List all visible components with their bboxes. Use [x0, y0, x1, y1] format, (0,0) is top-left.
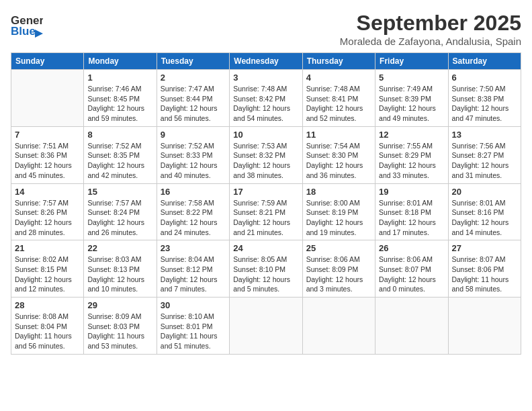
day-info: Sunrise: 7:56 AM Sunset: 8:27 PM Dayligh… — [452, 141, 517, 181]
calendar-cell: 17Sunrise: 7:59 AM Sunset: 8:21 PM Dayli… — [230, 183, 302, 240]
location: Moraleda de Zafayona, Andalusia, Spain — [340, 36, 521, 47]
calendar-header-row: SundayMondayTuesdayWednesdayThursdayFrid… — [11, 53, 521, 70]
day-number: 23 — [161, 243, 226, 253]
calendar-cell: 6Sunrise: 7:50 AM Sunset: 8:38 PM Daylig… — [448, 70, 521, 127]
day-number: 12 — [379, 130, 444, 140]
day-number: 27 — [452, 243, 517, 253]
day-info: Sunrise: 8:10 AM Sunset: 8:01 PM Dayligh… — [161, 312, 226, 351]
logo: General Blue — [11, 11, 44, 40]
calendar-cell: 12Sunrise: 7:55 AM Sunset: 8:29 PM Dayli… — [375, 126, 448, 183]
day-number: 10 — [233, 130, 298, 140]
calendar-cell: 2Sunrise: 7:47 AM Sunset: 8:44 PM Daylig… — [157, 70, 229, 127]
calendar-cell: 11Sunrise: 7:54 AM Sunset: 8:30 PM Dayli… — [302, 126, 375, 183]
day-info: Sunrise: 7:50 AM Sunset: 8:38 PM Dayligh… — [452, 84, 517, 124]
day-info: Sunrise: 7:49 AM Sunset: 8:39 PM Dayligh… — [379, 84, 444, 124]
day-number: 26 — [379, 243, 444, 253]
calendar-cell — [230, 298, 302, 355]
day-number: 2 — [161, 73, 226, 83]
calendar-week-row: 1Sunrise: 7:46 AM Sunset: 8:45 PM Daylig… — [11, 70, 521, 127]
calendar-header-cell: Tuesday — [157, 53, 229, 70]
calendar-cell: 30Sunrise: 8:10 AM Sunset: 8:01 PM Dayli… — [157, 298, 229, 355]
calendar-cell: 23Sunrise: 8:04 AM Sunset: 8:12 PM Dayli… — [157, 240, 229, 298]
day-info: Sunrise: 7:53 AM Sunset: 8:32 PM Dayligh… — [233, 141, 298, 181]
day-info: Sunrise: 7:52 AM Sunset: 8:35 PM Dayligh… — [87, 141, 152, 181]
calendar-header-cell: Wednesday — [230, 53, 302, 70]
day-number: 11 — [306, 130, 371, 140]
calendar-header-cell: Saturday — [448, 53, 521, 70]
calendar-cell: 26Sunrise: 8:06 AM Sunset: 8:07 PM Dayli… — [375, 240, 448, 298]
day-info: Sunrise: 7:58 AM Sunset: 8:22 PM Dayligh… — [161, 198, 226, 238]
title-block: September 2025 Moraleda de Zafayona, And… — [340, 11, 521, 47]
calendar-week-row: 14Sunrise: 7:57 AM Sunset: 8:26 PM Dayli… — [11, 183, 521, 240]
day-info: Sunrise: 7:57 AM Sunset: 8:26 PM Dayligh… — [15, 198, 80, 238]
calendar-header-cell: Thursday — [302, 53, 375, 70]
day-number: 22 — [87, 243, 152, 253]
day-info: Sunrise: 8:01 AM Sunset: 8:16 PM Dayligh… — [452, 198, 517, 238]
day-info: Sunrise: 7:57 AM Sunset: 8:24 PM Dayligh… — [87, 198, 152, 238]
calendar-cell: 18Sunrise: 8:00 AM Sunset: 8:19 PM Dayli… — [302, 183, 375, 240]
calendar-header-cell: Monday — [84, 53, 157, 70]
calendar-body: 1Sunrise: 7:46 AM Sunset: 8:45 PM Daylig… — [11, 70, 521, 355]
day-info: Sunrise: 8:07 AM Sunset: 8:06 PM Dayligh… — [452, 255, 517, 294]
day-info: Sunrise: 8:06 AM Sunset: 8:07 PM Dayligh… — [379, 255, 444, 294]
day-number: 30 — [161, 300, 226, 310]
day-number: 8 — [87, 130, 152, 140]
day-number: 5 — [379, 73, 444, 83]
day-info: Sunrise: 8:02 AM Sunset: 8:15 PM Dayligh… — [15, 255, 80, 294]
day-number: 14 — [15, 187, 80, 197]
day-number: 3 — [233, 73, 298, 83]
day-number: 9 — [161, 130, 226, 140]
day-number: 19 — [379, 187, 444, 197]
svg-marker-2 — [35, 30, 43, 38]
calendar-cell — [11, 70, 84, 127]
page-header: General Blue September 2025 Moraleda de … — [11, 11, 521, 47]
calendar-cell: 20Sunrise: 8:01 AM Sunset: 8:16 PM Dayli… — [448, 183, 521, 240]
day-info: Sunrise: 7:48 AM Sunset: 8:42 PM Dayligh… — [233, 84, 298, 124]
calendar-cell: 9Sunrise: 7:52 AM Sunset: 8:33 PM Daylig… — [157, 126, 229, 183]
calendar-cell: 8Sunrise: 7:52 AM Sunset: 8:35 PM Daylig… — [84, 126, 157, 183]
calendar-cell: 28Sunrise: 8:08 AM Sunset: 8:04 PM Dayli… — [11, 298, 84, 355]
day-number: 18 — [306, 187, 371, 197]
day-number: 7 — [15, 130, 80, 140]
day-info: Sunrise: 8:04 AM Sunset: 8:12 PM Dayligh… — [161, 255, 226, 294]
calendar-cell: 29Sunrise: 8:09 AM Sunset: 8:03 PM Dayli… — [84, 298, 157, 355]
calendar-cell: 5Sunrise: 7:49 AM Sunset: 8:39 PM Daylig… — [375, 70, 448, 127]
day-number: 28 — [15, 300, 80, 310]
calendar-cell: 3Sunrise: 7:48 AM Sunset: 8:42 PM Daylig… — [230, 70, 302, 127]
day-info: Sunrise: 8:05 AM Sunset: 8:10 PM Dayligh… — [233, 255, 298, 294]
day-info: Sunrise: 7:47 AM Sunset: 8:44 PM Dayligh… — [161, 84, 226, 124]
calendar-cell: 22Sunrise: 8:03 AM Sunset: 8:13 PM Dayli… — [84, 240, 157, 298]
calendar-week-row: 28Sunrise: 8:08 AM Sunset: 8:04 PM Dayli… — [11, 298, 521, 355]
day-number: 6 — [452, 73, 517, 83]
day-number: 16 — [161, 187, 226, 197]
calendar-cell: 10Sunrise: 7:53 AM Sunset: 8:32 PM Dayli… — [230, 126, 302, 183]
calendar-cell: 13Sunrise: 7:56 AM Sunset: 8:27 PM Dayli… — [448, 126, 521, 183]
calendar-table: SundayMondayTuesdayWednesdayThursdayFrid… — [11, 52, 521, 355]
calendar-cell: 14Sunrise: 7:57 AM Sunset: 8:26 PM Dayli… — [11, 183, 84, 240]
day-info: Sunrise: 8:08 AM Sunset: 8:04 PM Dayligh… — [15, 312, 80, 351]
day-info: Sunrise: 8:01 AM Sunset: 8:18 PM Dayligh… — [379, 198, 444, 238]
day-info: Sunrise: 7:59 AM Sunset: 8:21 PM Dayligh… — [233, 198, 298, 238]
calendar-cell — [375, 298, 448, 355]
day-number: 15 — [87, 187, 152, 197]
logo-icon: General Blue — [11, 11, 43, 40]
day-info: Sunrise: 7:52 AM Sunset: 8:33 PM Dayligh… — [161, 141, 226, 181]
calendar-cell — [302, 298, 375, 355]
calendar-cell: 21Sunrise: 8:02 AM Sunset: 8:15 PM Dayli… — [11, 240, 84, 298]
svg-text:Blue: Blue — [11, 25, 36, 38]
calendar-cell — [448, 298, 521, 355]
day-info: Sunrise: 7:55 AM Sunset: 8:29 PM Dayligh… — [379, 141, 444, 181]
day-number: 13 — [452, 130, 517, 140]
day-info: Sunrise: 8:06 AM Sunset: 8:09 PM Dayligh… — [306, 255, 371, 294]
calendar-header-cell: Friday — [375, 53, 448, 70]
day-info: Sunrise: 8:00 AM Sunset: 8:19 PM Dayligh… — [306, 198, 371, 238]
day-number: 24 — [233, 243, 298, 253]
calendar-cell: 7Sunrise: 7:51 AM Sunset: 8:36 PM Daylig… — [11, 126, 84, 183]
calendar-cell: 27Sunrise: 8:07 AM Sunset: 8:06 PM Dayli… — [448, 240, 521, 298]
day-info: Sunrise: 7:54 AM Sunset: 8:30 PM Dayligh… — [306, 141, 371, 181]
day-number: 4 — [306, 73, 371, 83]
calendar-cell: 24Sunrise: 8:05 AM Sunset: 8:10 PM Dayli… — [230, 240, 302, 298]
calendar-cell: 16Sunrise: 7:58 AM Sunset: 8:22 PM Dayli… — [157, 183, 229, 240]
day-info: Sunrise: 7:51 AM Sunset: 8:36 PM Dayligh… — [15, 141, 80, 181]
calendar-cell: 15Sunrise: 7:57 AM Sunset: 8:24 PM Dayli… — [84, 183, 157, 240]
